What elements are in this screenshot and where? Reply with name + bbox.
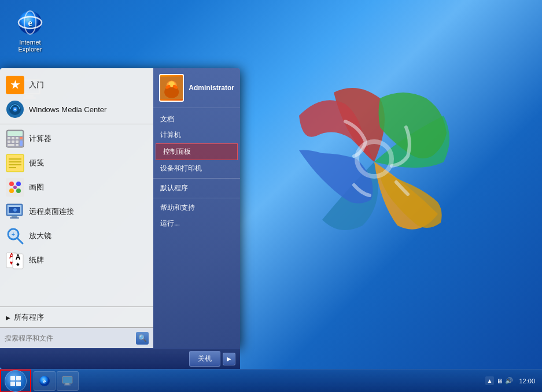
menu-item-getting-started[interactable]: ★ 入门 [0,73,153,97]
svg-rect-71 [65,383,69,384]
paint-icon [6,178,24,197]
svg-rect-64 [16,376,21,380]
arrow-icon: ▶ [227,356,231,362]
stickynotes-label: 便笺 [29,158,44,168]
search-button[interactable]: 🔍 [136,332,149,345]
shutdown-label: 关机 [198,354,212,363]
menu-item-solitaire[interactable]: A ♥ A ♠ 纸牌 [0,248,153,272]
magnifier-label: 放大镜 [29,231,51,241]
menu-item-stickynotes[interactable]: 便笺 [0,151,153,175]
svg-rect-25 [16,140,19,143]
network-icon[interactable]: 🖥 [496,378,503,384]
taskbar-item-ie[interactable]: e [34,371,56,391]
shutdown-bar: 关机 ▶ [0,348,240,369]
svg-rect-18 [8,131,23,136]
ie-label: Internet Explorer [7,39,53,53]
svg-point-38 [16,188,21,193]
right-item-documents[interactable]: 文档 [153,112,240,127]
svg-rect-27 [8,144,14,146]
start-button[interactable] [0,369,31,393]
svg-rect-19 [8,137,10,139]
right-menu-list: 文档 计算机 控制面板 设备和打印机 默认程序 [153,108,240,348]
right-item-computer[interactable]: 计算机 [153,127,240,143]
svg-point-35 [9,182,14,186]
svg-rect-22 [20,137,23,139]
media-center-icon [6,100,24,119]
right-item-control-panel[interactable]: 控制面板 [156,143,238,160]
svg-line-48 [17,238,23,243]
svg-rect-63 [10,376,15,380]
search-icon: 🔍 [138,334,147,342]
menu-item-remote-desktop[interactable]: 远程桌面连接 [0,199,153,224]
svg-text:+: + [12,231,15,238]
all-programs-arrow: ▶ [6,315,10,321]
start-orb [5,370,27,392]
menu-item-calculator[interactable]: 计算器 [0,127,153,151]
ie-icon: e [16,9,44,36]
right-item-default-programs[interactable]: 默认程序 [153,180,240,196]
desktop: e Internet Explorer 计算机 [0,0,542,392]
username-label: Administrator [189,84,234,92]
right-item-devices[interactable]: 设备和打印机 [153,161,240,176]
svg-rect-21 [16,137,19,139]
getting-started-icon: ★ [6,76,24,94]
svg-rect-43 [10,217,19,219]
clock[interactable]: 12:00 [517,378,537,384]
solitaire-icon: A ♥ A ♠ [6,251,24,269]
start-menu-left: ★ 入门 [0,68,153,348]
windows-flag [264,46,484,278]
svg-rect-65 [10,382,15,386]
desktop-icon-ie[interactable]: e Internet Explorer [7,9,53,53]
taskbar-items: e [34,369,79,392]
svg-text:e: e [28,18,32,28]
menu-item-magnifier[interactable]: + 放大镜 [0,224,153,248]
svg-point-16 [14,109,16,110]
svg-rect-70 [63,377,72,383]
svg-rect-42 [12,216,17,217]
svg-rect-28 [16,144,19,146]
calculator-icon [6,130,24,148]
media-center-label: Windows Media Center [29,105,106,114]
svg-rect-24 [12,140,14,143]
svg-text:♠: ♠ [16,261,20,267]
svg-rect-66 [16,382,21,386]
search-bar: 🔍 [0,327,153,348]
svg-point-45 [13,208,17,212]
remote-desktop-label: 远程桌面连接 [29,206,74,217]
all-programs[interactable]: ▶ 所有程序 [0,309,153,327]
getting-started-label: 入门 [29,80,44,90]
solitaire-label: 纸牌 [29,255,44,265]
user-avatar [159,74,184,102]
remote-desktop-icon [6,202,24,221]
svg-rect-20 [12,137,14,139]
search-input[interactable] [5,334,132,342]
paint-label: 画图 [29,182,44,193]
stickynotes-icon [6,154,24,172]
svg-rect-23 [8,140,10,143]
calculator-label: 计算器 [29,134,51,144]
all-programs-label: 所有程序 [14,312,44,323]
user-section[interactable]: Administrator [153,68,240,108]
right-item-run[interactable]: 运行... [153,216,240,231]
right-item-help[interactable]: 帮助和支持 [153,200,240,216]
svg-text:★: ★ [10,79,20,91]
svg-point-36 [16,182,21,186]
svg-text:A: A [16,253,21,261]
svg-text:e: e [43,378,46,384]
shutdown-arrow-button[interactable]: ▶ [223,353,235,365]
menu-item-paint[interactable]: 画图 [0,175,153,199]
taskbar: e ▲ 🖥 🔊 12:00 [0,369,542,392]
svg-point-37 [9,188,14,193]
svg-point-39 [13,186,17,189]
start-menu: ★ 入门 [0,68,240,369]
taskbar-item-computer[interactable] [57,371,79,391]
start-menu-right: Administrator 文档 计算机 控制面板 设备和打印机 [153,68,240,348]
volume-icon[interactable]: 🔊 [505,377,513,384]
svg-rect-29 [6,154,24,172]
magnifier-icon: + [6,227,24,245]
svg-rect-26 [20,140,23,146]
menu-item-media-center[interactable]: Windows Media Center [0,97,153,121]
shutdown-button[interactable]: 关机 [189,351,220,367]
show-hidden-icons[interactable]: ▲ [485,376,495,385]
systray-icons: ▲ 🖥 🔊 [485,376,514,385]
